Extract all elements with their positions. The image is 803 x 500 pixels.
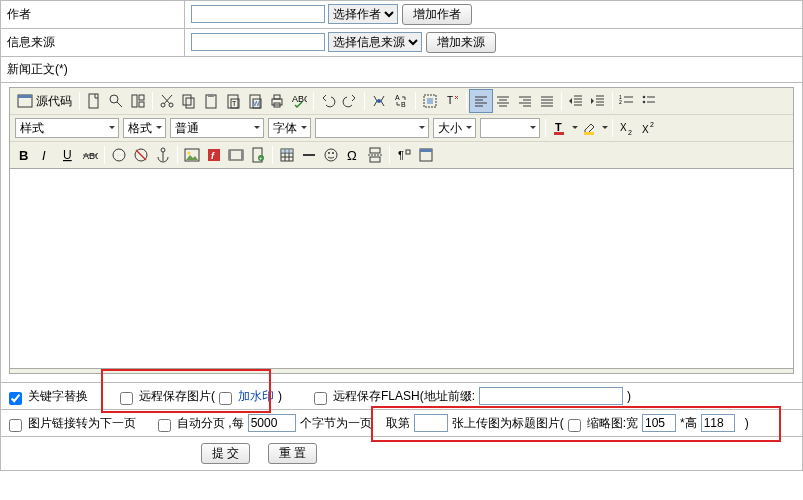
link-icon[interactable] xyxy=(108,144,130,166)
add-author-button[interactable]: 增加作者 xyxy=(402,4,472,25)
align-justify-icon[interactable] xyxy=(536,90,558,112)
take-nth-input[interactable] xyxy=(414,414,448,432)
source-code-button[interactable]: 源代码 xyxy=(13,90,76,112)
underline-icon[interactable]: U xyxy=(57,144,79,166)
paste-word-icon[interactable]: W xyxy=(244,90,266,112)
attachment-icon[interactable]: + xyxy=(247,144,269,166)
source-select[interactable]: 选择信息来源 xyxy=(328,32,422,52)
maximize-icon[interactable] xyxy=(415,144,437,166)
watermark-link[interactable]: 加水印 xyxy=(238,388,274,405)
thumb-checkbox[interactable] xyxy=(568,419,581,432)
font-label-combo[interactable]: 字体 xyxy=(268,118,311,138)
undo-icon[interactable] xyxy=(317,90,339,112)
anchor-icon[interactable] xyxy=(152,144,174,166)
show-blocks-icon[interactable]: ¶ xyxy=(393,144,415,166)
unlink-icon[interactable] xyxy=(130,144,152,166)
style-combo[interactable]: 样式 xyxy=(15,118,119,138)
svg-rect-1 xyxy=(18,95,32,98)
form-table: 作者 选择作者 增加作者 信息来源 选择信息来源 增加来源 xyxy=(0,0,803,57)
paste-text-icon[interactable]: T xyxy=(222,90,244,112)
svg-text:B: B xyxy=(19,148,28,163)
align-left-icon[interactable] xyxy=(470,90,492,112)
find-icon[interactable] xyxy=(368,90,390,112)
svg-point-3 xyxy=(110,95,118,103)
format-value-combo[interactable]: 普通 xyxy=(170,118,264,138)
bullet-list-icon[interactable] xyxy=(638,90,660,112)
svg-text:A: A xyxy=(395,94,400,101)
paste-icon[interactable] xyxy=(200,90,222,112)
svg-text:2: 2 xyxy=(628,129,632,136)
templates-icon[interactable] xyxy=(127,90,149,112)
auto-page-bytes-input[interactable] xyxy=(248,414,296,432)
image-icon[interactable] xyxy=(181,144,203,166)
author-select[interactable]: 选择作者 xyxy=(328,4,398,24)
svg-text:Ω: Ω xyxy=(347,148,357,163)
align-right-icon[interactable] xyxy=(514,90,536,112)
flash-prefix-input[interactable] xyxy=(479,387,623,405)
strike-icon[interactable]: ABC xyxy=(79,144,101,166)
numbered-list-icon[interactable]: 12 xyxy=(616,90,638,112)
flash-icon[interactable]: f xyxy=(203,144,225,166)
hr-icon[interactable] xyxy=(298,144,320,166)
media-icon[interactable] xyxy=(225,144,247,166)
page-break-icon[interactable] xyxy=(364,144,386,166)
img-link-next-checkbox[interactable] xyxy=(9,419,22,432)
superscript-icon[interactable]: X2 xyxy=(638,117,660,139)
remote-save-flash-checkbox[interactable] xyxy=(314,392,327,405)
svg-point-100 xyxy=(325,149,337,161)
add-source-button[interactable]: 增加来源 xyxy=(426,32,496,53)
bg-color-dropdown[interactable] xyxy=(601,124,609,132)
auto-page-checkbox[interactable] xyxy=(158,419,171,432)
size-value-combo[interactable] xyxy=(480,118,540,138)
spellcheck-icon[interactable]: ABÇ xyxy=(288,90,310,112)
source-input[interactable] xyxy=(191,33,325,51)
editor-content-area[interactable] xyxy=(9,169,794,369)
print-icon[interactable] xyxy=(266,90,288,112)
svg-line-4 xyxy=(117,102,122,107)
submit-button[interactable]: 提 交 xyxy=(201,443,250,464)
italic-icon[interactable]: I xyxy=(35,144,57,166)
remote-save-img-checkbox[interactable] xyxy=(120,392,133,405)
outdent-icon[interactable] xyxy=(565,90,587,112)
svg-rect-89 xyxy=(241,150,243,160)
svg-text:T: T xyxy=(555,121,562,133)
svg-rect-104 xyxy=(370,148,380,153)
redo-icon[interactable] xyxy=(339,90,361,112)
select-all-icon[interactable] xyxy=(419,90,441,112)
indent-icon[interactable] xyxy=(587,90,609,112)
auto-page-label: 自动分页 ,每 xyxy=(177,415,244,432)
svg-rect-13 xyxy=(186,98,194,108)
format-label-combo[interactable]: 格式 xyxy=(123,118,166,138)
preview-icon[interactable] xyxy=(105,90,127,112)
cut-icon[interactable] xyxy=(156,90,178,112)
svg-rect-6 xyxy=(139,95,144,100)
keyword-replace-checkbox[interactable] xyxy=(9,392,22,405)
text-color-icon[interactable]: T xyxy=(549,117,571,139)
smiley-icon[interactable] xyxy=(320,144,342,166)
subscript-icon[interactable]: X2 xyxy=(616,117,638,139)
font-value-combo[interactable] xyxy=(315,118,429,138)
copy-icon[interactable] xyxy=(178,90,200,112)
svg-rect-110 xyxy=(420,149,432,152)
remove-format-icon[interactable]: T xyxy=(441,90,463,112)
align-center-icon[interactable] xyxy=(492,90,514,112)
replace-icon[interactable]: AB xyxy=(390,90,412,112)
svg-text:B: B xyxy=(401,101,406,108)
watermark-checkbox[interactable] xyxy=(219,392,232,405)
bg-color-icon[interactable] xyxy=(579,117,601,139)
thumb-height-input[interactable] xyxy=(701,414,735,432)
special-char-icon[interactable]: Ω xyxy=(342,144,364,166)
thumb-width-input[interactable] xyxy=(642,414,676,432)
svg-rect-15 xyxy=(208,94,214,97)
reset-button[interactable]: 重 置 xyxy=(268,443,317,464)
author-input[interactable] xyxy=(191,5,325,23)
size-label-combo[interactable]: 大小 xyxy=(433,118,476,138)
svg-text:X: X xyxy=(620,122,627,133)
svg-rect-68 xyxy=(584,132,594,135)
new-page-icon[interactable] xyxy=(83,90,105,112)
svg-line-80 xyxy=(136,150,146,160)
bold-icon[interactable]: B xyxy=(13,144,35,166)
take-nth-prefix: 取第 xyxy=(386,415,410,432)
text-color-dropdown[interactable] xyxy=(571,124,579,132)
table-icon[interactable] xyxy=(276,144,298,166)
